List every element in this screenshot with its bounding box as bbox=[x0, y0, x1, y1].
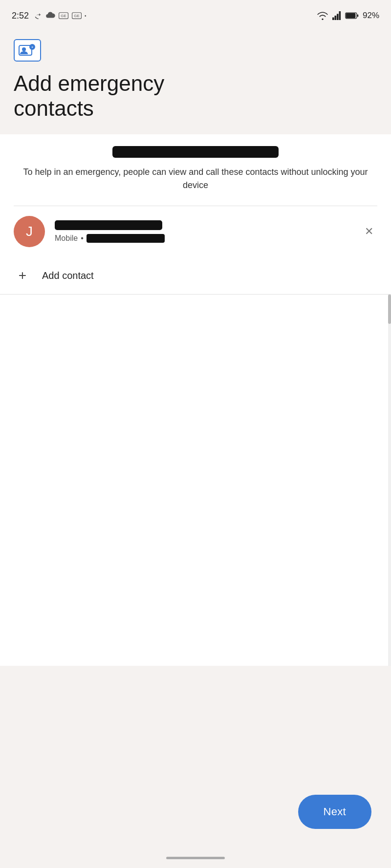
svg-rect-4 bbox=[332, 18, 334, 20]
next-button[interactable]: Next bbox=[298, 795, 371, 829]
missed-call-icon bbox=[33, 12, 43, 20]
svg-rect-10 bbox=[357, 15, 358, 17]
battery-icon bbox=[345, 12, 359, 20]
plus-icon: + bbox=[19, 268, 26, 283]
contact-avatar: J bbox=[14, 216, 45, 247]
status-right: 92% bbox=[317, 11, 379, 21]
contact-phone: Mobile • bbox=[55, 234, 351, 243]
scroll-thumb bbox=[388, 295, 391, 324]
contact-phone-redacted bbox=[87, 234, 165, 243]
redacted-account-name bbox=[112, 146, 279, 158]
contact-name-redacted bbox=[55, 220, 162, 230]
app-icon: * bbox=[14, 39, 41, 62]
ge1-icon: GE bbox=[58, 12, 69, 20]
cloud-icon bbox=[45, 12, 56, 20]
svg-text:GE: GE bbox=[74, 14, 79, 18]
svg-rect-5 bbox=[334, 16, 336, 20]
description-text: To help in an emergency, people can view… bbox=[14, 166, 377, 192]
phone-dot: • bbox=[81, 234, 84, 243]
status-bar: 2:52 GE GE • bbox=[0, 0, 391, 29]
page-title: Add emergencycontacts bbox=[14, 71, 377, 121]
svg-rect-7 bbox=[339, 11, 341, 20]
ge2-icon: GE bbox=[71, 12, 82, 20]
contact-initial: J bbox=[26, 224, 33, 239]
scrollable-area bbox=[0, 295, 391, 666]
wifi-icon bbox=[317, 11, 328, 20]
svg-rect-9 bbox=[346, 13, 356, 18]
add-icon: + bbox=[14, 267, 31, 284]
scroll-indicator bbox=[388, 295, 391, 666]
header-section: * Add emergencycontacts bbox=[0, 29, 391, 134]
remove-contact-button[interactable]: ✕ bbox=[361, 222, 377, 241]
add-contact-row[interactable]: + Add contact bbox=[0, 257, 391, 294]
phone-label: Mobile bbox=[55, 234, 78, 243]
status-left: 2:52 GE GE • bbox=[12, 11, 87, 21]
emergency-contacts-icon: * bbox=[19, 43, 36, 58]
main-card: To help in an emergency, people can view… bbox=[0, 134, 391, 206]
signal-icon bbox=[332, 11, 341, 20]
add-contact-label: Add contact bbox=[42, 270, 94, 281]
contact-item: J Mobile • ✕ bbox=[0, 206, 391, 257]
svg-text:GE: GE bbox=[61, 14, 66, 18]
svg-rect-6 bbox=[337, 14, 339, 20]
time-display: 2:52 bbox=[12, 11, 29, 21]
svg-point-12 bbox=[22, 47, 26, 51]
notification-icons: GE GE • bbox=[33, 12, 87, 20]
battery-percentage: 92% bbox=[363, 11, 379, 21]
app-icon-container: * bbox=[14, 39, 377, 62]
contact-info: Mobile • bbox=[55, 220, 351, 243]
dot-icon: • bbox=[85, 13, 87, 19]
next-button-container: Next bbox=[298, 795, 371, 829]
home-indicator bbox=[166, 857, 225, 859]
